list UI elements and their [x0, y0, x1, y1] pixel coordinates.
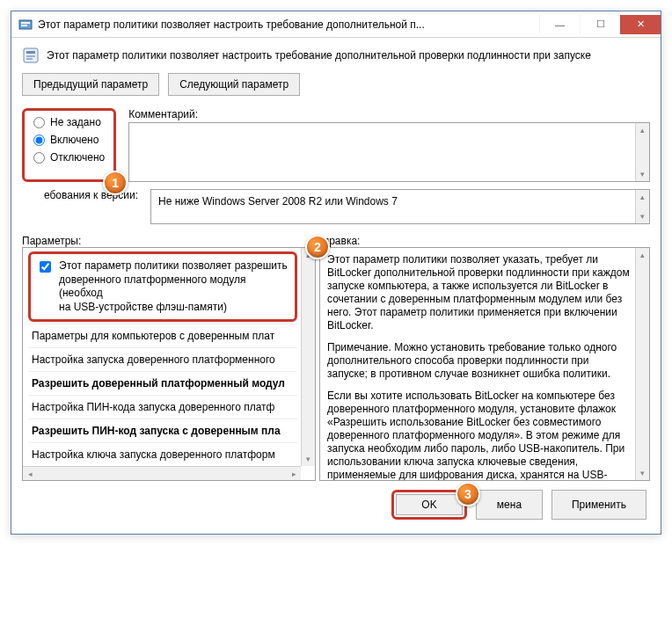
scroll-right-icon[interactable]: ▸ — [287, 467, 301, 480]
allow-without-tpm-block: Этот параметр политики позволяет разреши… — [28, 251, 297, 322]
previous-setting-button[interactable]: Предыдущий параметр — [22, 73, 159, 96]
window-title: Этот параметр политики позволяет настрои… — [38, 18, 539, 31]
requirements-scrollbar[interactable]: ▴ ▾ — [635, 190, 649, 223]
policy-icon — [22, 47, 40, 64]
params-vscrollbar[interactable]: ▴ ▾ — [301, 248, 315, 466]
callout-marker-1: 1 — [103, 171, 128, 195]
allow-without-tpm-text: Этот параметр политики позволяет разреши… — [59, 259, 289, 314]
scroll-up-icon[interactable]: ▴ — [636, 123, 649, 137]
list-item: Настройка запуска доверенного платформен… — [28, 347, 297, 371]
help-paragraph: Если вы хотите использовать BitLocker на… — [327, 390, 630, 480]
svg-rect-4 — [26, 51, 35, 54]
scroll-left-icon[interactable]: ◂ — [23, 467, 37, 480]
parameters-section-label: Параметры: — [22, 235, 316, 247]
svg-rect-1 — [21, 22, 30, 24]
scroll-down-icon[interactable]: ▾ — [636, 167, 649, 181]
parameters-panel: Этот параметр политики позволяет разреши… — [22, 247, 316, 481]
svg-rect-6 — [26, 58, 33, 60]
radio-enabled-input[interactable] — [33, 135, 45, 146]
list-item[interactable]: Разрешить ПИН-код запуска с доверенным п… — [28, 419, 297, 442]
cancel-button[interactable]: мена — [476, 490, 543, 520]
radio-not-configured[interactable]: Не задано — [33, 116, 105, 128]
state-radio-group: Не задано Включено Отключено 1 — [22, 108, 116, 182]
parameter-list: Параметры для компьютеров с доверенным п… — [28, 324, 297, 480]
help-panel: Этот параметр политики позволяет указать… — [319, 247, 650, 481]
titlebar: Этот параметр политики позволяет настрои… — [11, 11, 661, 38]
policy-window-icon — [18, 18, 33, 32]
radio-not-configured-input[interactable] — [33, 117, 45, 128]
close-button[interactable]: ✕ — [620, 15, 661, 34]
help-text: Этот параметр политики позволяет указать… — [320, 248, 649, 480]
maximize-button[interactable]: ☐ — [580, 15, 620, 34]
list-item: Настройка ПИН-кода запуска доверенного п… — [28, 395, 297, 419]
allow-without-tpm-input[interactable] — [40, 261, 51, 273]
radio-disabled-label: Отключено — [50, 151, 105, 164]
policy-description-row: Этот параметр политики позволяет настрои… — [22, 47, 650, 64]
policy-description: Этот параметр политики позволяет настрои… — [47, 49, 591, 62]
callout-marker-2: 2 — [305, 235, 330, 259]
radio-disabled[interactable]: Отключено — [33, 151, 105, 164]
radio-not-configured-label: Не задано — [50, 116, 101, 128]
requirements-value: Не ниже Windows Server 2008 R2 или Windo… — [158, 195, 398, 208]
list-item: Настройка ключа запуска доверенного плат… — [28, 442, 297, 466]
minimize-button[interactable]: — — [539, 15, 580, 34]
radio-enabled-label: Включено — [50, 134, 99, 146]
comment-textarea[interactable]: ▴ ▾ — [128, 122, 650, 182]
comment-scrollbar[interactable]: ▴ ▾ — [635, 123, 649, 181]
scroll-up-icon[interactable]: ▴ — [636, 190, 649, 204]
apply-button[interactable]: Применить — [551, 490, 646, 520]
scroll-down-icon[interactable]: ▾ — [636, 466, 649, 480]
scroll-down-icon[interactable]: ▾ — [302, 452, 315, 466]
scroll-up-icon[interactable]: ▴ — [636, 248, 649, 262]
radio-disabled-input[interactable] — [33, 152, 45, 164]
comment-label: Комментарий: — [128, 108, 650, 120]
list-item: Параметры для компьютеров с доверенным п… — [28, 324, 297, 347]
svg-rect-5 — [26, 55, 35, 57]
help-paragraph: Этот параметр политики позволяет указать… — [327, 253, 630, 332]
next-setting-button[interactable]: Следующий параметр — [168, 73, 300, 96]
callout-marker-3: 3 — [456, 482, 480, 506]
scroll-down-icon[interactable]: ▾ — [636, 209, 649, 223]
ok-button-highlight: OK 3 — [391, 490, 467, 520]
list-item[interactable]: Разрешить доверенный платформенный модул — [28, 371, 297, 395]
help-paragraph: Примечание. Можно установить требование … — [327, 341, 630, 381]
params-hscrollbar[interactable]: ◂ ▸ — [23, 466, 301, 480]
allow-without-tpm-checkbox[interactable]: Этот параметр политики позволяет разреши… — [36, 259, 289, 314]
radio-enabled[interactable]: Включено — [33, 134, 105, 146]
svg-rect-2 — [21, 25, 27, 26]
policy-editor-window: Этот параметр политики позволяет настрои… — [11, 11, 661, 535]
ok-button[interactable]: OK — [396, 494, 463, 515]
requirements-box: Не ниже Windows Server 2008 R2 или Windo… — [150, 189, 650, 224]
help-scrollbar[interactable]: ▴ ▾ — [635, 248, 649, 480]
